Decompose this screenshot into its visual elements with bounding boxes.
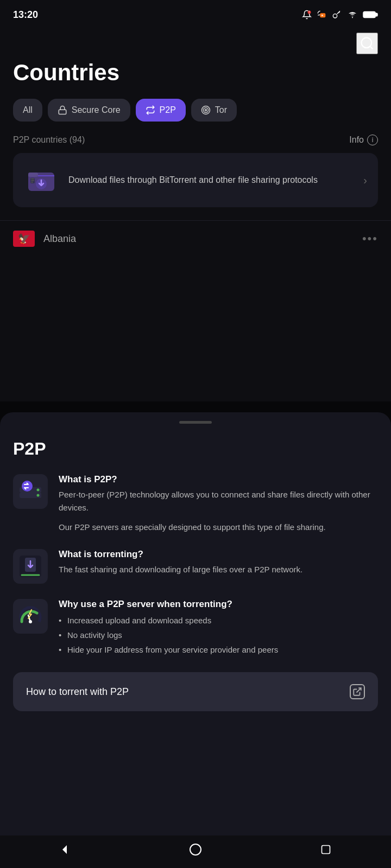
why-p2p-title: Why use a P2P server when torrenting? bbox=[59, 599, 278, 610]
search-button[interactable] bbox=[356, 33, 378, 54]
albania-more-button[interactable]: ••• bbox=[362, 232, 378, 246]
svg-rect-8 bbox=[375, 13, 377, 16]
tab-all[interactable]: All bbox=[13, 99, 42, 122]
svg-rect-16 bbox=[28, 173, 38, 177]
chevron-right-icon: › bbox=[363, 174, 367, 187]
p2p-icon bbox=[146, 105, 155, 115]
battery-icon bbox=[363, 10, 378, 19]
key-icon bbox=[331, 10, 342, 19]
back-button[interactable] bbox=[52, 837, 78, 863]
albania-row[interactable]: Albania ••• bbox=[0, 220, 391, 257]
tab-tor[interactable]: Tor bbox=[191, 99, 237, 122]
what-is-p2p-title: What is P2P? bbox=[59, 474, 378, 485]
what-is-p2p-section: What is P2P? Peer-to-peer (P2P) technolo… bbox=[13, 474, 378, 534]
bottom-nav bbox=[0, 835, 391, 868]
svg-rect-11 bbox=[59, 110, 66, 114]
svg-point-33 bbox=[190, 844, 201, 855]
bullet-item-3: Hide your IP address from your service p… bbox=[59, 642, 278, 657]
status-time: 13:20 bbox=[13, 9, 38, 21]
notification-icon: ! bbox=[302, 10, 312, 20]
tab-tor-label: Tor bbox=[215, 105, 227, 115]
svg-rect-21 bbox=[31, 182, 33, 183]
country-count: P2P countries (94) bbox=[13, 135, 85, 145]
sheet-title: P2P bbox=[13, 439, 378, 459]
bottom-sheet: P2P What is P2P? Peer-to-peer (P2P) tech… bbox=[0, 412, 391, 868]
svg-point-4 bbox=[333, 14, 337, 18]
albania-name: Albania bbox=[43, 233, 354, 245]
recent-button[interactable] bbox=[313, 837, 339, 863]
svg-line-31 bbox=[357, 688, 361, 692]
external-link-icon bbox=[350, 684, 365, 699]
sheet-handle[interactable] bbox=[179, 421, 212, 424]
tab-secure-core[interactable]: Secure Core bbox=[48, 99, 130, 122]
bullet-item-2: No activity logs bbox=[59, 628, 278, 642]
section-header: P2P countries (94) Info i bbox=[0, 135, 391, 153]
page-title: Countries bbox=[0, 60, 391, 99]
what-is-p2p-content: What is P2P? Peer-to-peer (P2P) technolo… bbox=[59, 474, 378, 534]
tab-secure-core-label: Secure Core bbox=[72, 105, 121, 115]
svg-point-13 bbox=[203, 108, 208, 113]
what-is-p2p-body: Peer-to-peer (P2P) technology allows you… bbox=[59, 488, 378, 514]
home-nav-icon bbox=[189, 843, 202, 856]
svg-point-30 bbox=[29, 620, 32, 623]
info-label: Info bbox=[349, 135, 364, 145]
wifi-icon bbox=[346, 10, 358, 19]
tab-p2p-label: P2P bbox=[160, 105, 176, 115]
svg-rect-34 bbox=[322, 846, 330, 854]
status-icons: ! bbox=[302, 10, 378, 20]
cta-label: How to torrent with P2P bbox=[26, 686, 129, 698]
why-p2p-content: Why use a P2P server when torrenting? In… bbox=[59, 599, 278, 657]
what-is-p2p-extra: Our P2P servers are specially designed t… bbox=[59, 521, 378, 534]
why-p2p-bullets: Increased upload and download speeds No … bbox=[59, 613, 278, 657]
download-icon-box bbox=[13, 549, 48, 584]
download-folder-icon bbox=[24, 163, 59, 197]
p2p-server-icon bbox=[13, 474, 48, 509]
svg-rect-19 bbox=[31, 178, 34, 180]
torrenting-section: What is torrenting? The fast sharing and… bbox=[13, 549, 378, 584]
torrenting-body: The fast sharing and downloading of larg… bbox=[59, 563, 302, 576]
svg-point-24 bbox=[37, 494, 40, 497]
back-nav-icon bbox=[59, 843, 72, 856]
info-card-description: Download files through BitTorrent and ot… bbox=[68, 174, 354, 187]
cta-torrent-button[interactable]: How to torrent with P2P bbox=[13, 672, 378, 711]
lock-icon bbox=[58, 105, 67, 115]
status-bar: 13:20 ! bbox=[0, 0, 391, 27]
svg-point-26 bbox=[22, 481, 33, 492]
p2p-info-card[interactable]: Download files through BitTorrent and ot… bbox=[13, 153, 378, 207]
svg-marker-32 bbox=[62, 845, 67, 854]
svg-rect-20 bbox=[31, 180, 34, 181]
svg-point-9 bbox=[362, 38, 372, 48]
svg-point-25 bbox=[37, 489, 40, 492]
svg-point-14 bbox=[205, 110, 206, 111]
search-icon bbox=[360, 36, 375, 51]
why-p2p-section: Why use a P2P server when torrenting? In… bbox=[13, 599, 378, 657]
filter-tabs: All Secure Core P2P Tor bbox=[0, 99, 391, 135]
tab-p2p[interactable]: P2P bbox=[136, 99, 186, 122]
svg-text:!: ! bbox=[309, 10, 310, 14]
speedometer-icon bbox=[13, 599, 48, 634]
tor-icon bbox=[201, 105, 211, 115]
albania-flag bbox=[13, 231, 35, 247]
bullet-item-1: Increased upload and download speeds bbox=[59, 613, 278, 628]
recent-nav-icon bbox=[320, 844, 331, 855]
info-circle-icon: i bbox=[367, 135, 378, 145]
svg-rect-7 bbox=[364, 12, 375, 17]
info-button[interactable]: Info i bbox=[349, 135, 378, 145]
svg-point-5 bbox=[352, 17, 353, 18]
home-button[interactable] bbox=[182, 837, 209, 863]
top-bar bbox=[0, 27, 391, 60]
torrenting-content: What is torrenting? The fast sharing and… bbox=[59, 549, 302, 576]
torrenting-title: What is torrenting? bbox=[59, 549, 302, 560]
svg-line-10 bbox=[370, 46, 373, 49]
cast-icon bbox=[316, 10, 327, 19]
tab-all-label: All bbox=[23, 105, 33, 115]
svg-point-3 bbox=[321, 15, 323, 16]
